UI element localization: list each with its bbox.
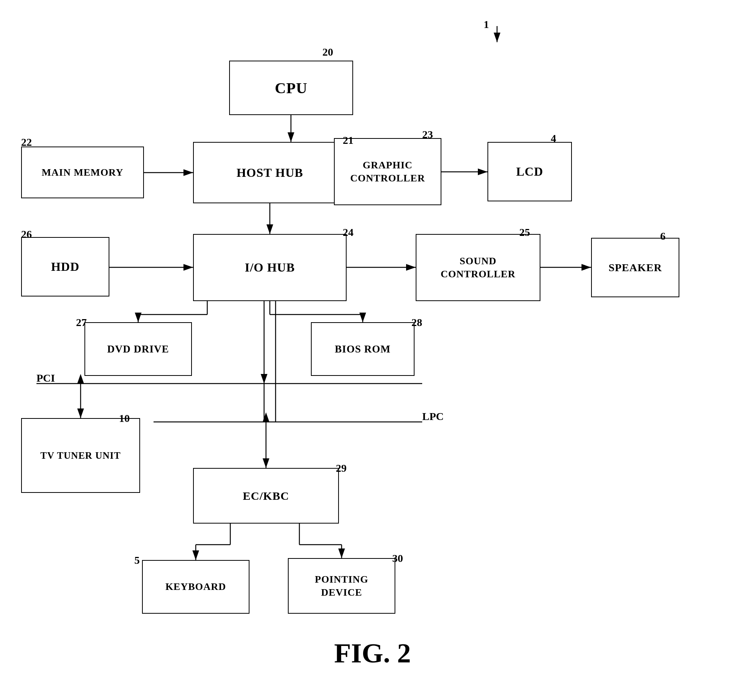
ref-6: 6 — [660, 230, 666, 242]
ec-kbc-box: EC/KBC — [193, 468, 339, 524]
ref-28: 28 — [411, 316, 422, 329]
ref-23: 23 — [422, 128, 433, 141]
cpu-box: CPU — [229, 61, 353, 115]
tv-tuner-box: TV TUNER UNIT — [21, 418, 140, 493]
ref-20: 20 — [322, 46, 333, 58]
graphic-controller-box: GRAPHICCONTROLLER — [334, 138, 441, 205]
ref-4: 4 — [551, 132, 556, 145]
ref-5: 5 — [134, 554, 140, 567]
bios-rom-box: BIOS ROM — [311, 322, 415, 376]
pci-label: PCI — [36, 372, 55, 384]
ref-24: 24 — [343, 226, 354, 239]
ref-1: 1 — [484, 18, 489, 31]
ref-26: 26 — [21, 228, 32, 240]
ref-30: 30 — [392, 552, 403, 565]
dvd-drive-box: DVD DRIVE — [84, 322, 192, 376]
ref-10: 10 — [119, 412, 130, 425]
io-hub-box: I/O HUB — [193, 234, 347, 301]
ref-22: 22 — [21, 136, 32, 148]
pointing-device-box: POINTINGDEVICE — [288, 558, 395, 614]
figure-caption: FIG. 2 — [0, 637, 745, 669]
lpc-label: LPC — [422, 410, 444, 423]
speaker-box: SPEAKER — [591, 238, 679, 297]
hdd-box: HDD — [21, 237, 109, 296]
lcd-box: LCD — [487, 142, 572, 201]
main-memory-box: MAIN MEMORY — [21, 147, 144, 198]
host-hub-box: HOST HUB — [193, 142, 347, 203]
ref-29: 29 — [336, 462, 347, 474]
ref-21: 21 — [343, 134, 354, 147]
diagram-container: CPU HOST HUB MAIN MEMORY GRAPHICCONTROLL… — [0, 0, 745, 700]
keyboard-box: KEYBOARD — [142, 560, 249, 614]
ref-25: 25 — [519, 226, 530, 239]
sound-controller-box: SOUNDCONTROLLER — [416, 234, 540, 301]
ref-27: 27 — [76, 316, 87, 329]
